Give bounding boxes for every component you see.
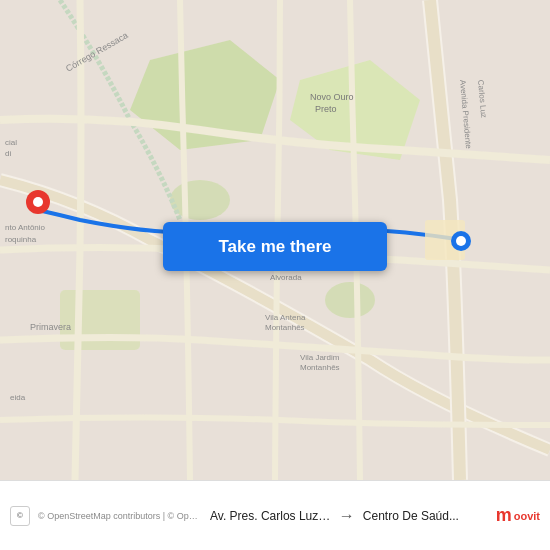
svg-point-3 bbox=[170, 180, 230, 220]
svg-text:Montanhês: Montanhês bbox=[265, 323, 305, 332]
arrow-right-icon: → bbox=[339, 507, 355, 525]
svg-text:Vila Antena: Vila Antena bbox=[265, 313, 306, 322]
svg-point-25 bbox=[33, 197, 43, 207]
svg-text:Vila Jardim: Vila Jardim bbox=[300, 353, 340, 362]
moovit-logo: m oovit bbox=[496, 505, 540, 526]
svg-text:Primavera: Primavera bbox=[30, 322, 71, 332]
moovit-m-icon: m bbox=[496, 505, 512, 526]
svg-text:Preto: Preto bbox=[315, 104, 337, 114]
svg-point-27 bbox=[456, 236, 466, 246]
svg-text:Montanhês: Montanhês bbox=[300, 363, 340, 372]
route-from: Av. Pres. Carlos Luz, 3003 | Sho... bbox=[210, 509, 331, 523]
svg-text:Alvorada: Alvorada bbox=[270, 273, 302, 282]
svg-point-4 bbox=[325, 282, 375, 318]
app-container: Córrego Ressaca Novo Ouro Preto Avenida … bbox=[0, 0, 550, 550]
svg-text:Novo Ouro: Novo Ouro bbox=[310, 92, 354, 102]
svg-text:eida: eida bbox=[10, 393, 26, 402]
svg-text:cial: cial bbox=[5, 138, 17, 147]
map-container: Córrego Ressaca Novo Ouro Preto Avenida … bbox=[0, 0, 550, 480]
svg-text:nto Antônio: nto Antônio bbox=[5, 223, 46, 232]
bottom-bar: © © OpenStreetMap contributors | © OpenM… bbox=[0, 480, 550, 550]
svg-text:roquinha: roquinha bbox=[5, 235, 37, 244]
route-to: Centro De Saúd... bbox=[363, 509, 484, 523]
svg-text:di: di bbox=[5, 149, 11, 158]
take-me-there-button[interactable]: Take me there bbox=[163, 222, 387, 271]
moovit-brand-text: oovit bbox=[514, 510, 540, 522]
attribution-text: © OpenStreetMap contributors | © OpenMap… bbox=[38, 511, 198, 521]
osm-logo: © bbox=[10, 506, 30, 526]
